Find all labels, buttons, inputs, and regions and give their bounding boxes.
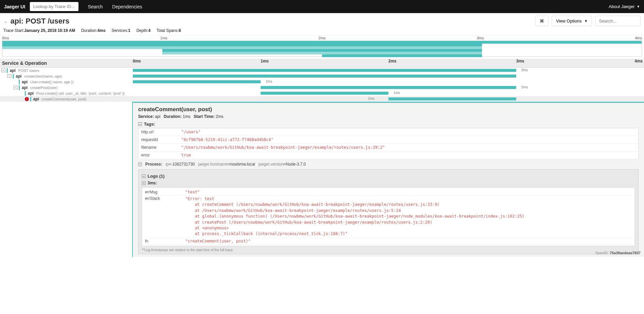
tag-key: error [139,151,179,159]
error-icon: ! [25,97,29,101]
log-key: errStack [145,196,185,237]
trace-header: ⌄ api: POST /users ⌘ View Options ▼ Trac… [0,13,644,35]
caret-down-icon: ▼ [637,5,640,8]
span-duration-label: 1ms [266,80,272,83]
log-value: "createComment(user, post)" [185,239,632,243]
keyboard-shortcut-button[interactable]: ⌘ [535,16,548,26]
tag-key: http.url [139,128,179,136]
tag-value: "/users" [179,128,639,136]
process-label: Process: [145,162,162,167]
logs-label: Logs (1) [148,174,165,179]
caret-down-icon: ▼ [584,19,588,23]
about-menu[interactable]: About Jaeger ▼ [609,4,640,9]
service-name: api [22,85,28,90]
service-name: api [10,68,15,73]
log-entry: errMsg"test"errStack"Error: test at crea… [142,187,635,246]
collapse-icon[interactable]: ⌄ [3,18,8,24]
log-value: "test" [185,190,632,194]
collapse-log-entry-icon[interactable]: − [142,181,146,185]
minimap[interactable] [2,41,642,57]
nav-dependencies[interactable]: Dependencies [107,4,147,9]
toggle-icon[interactable]: − [7,74,11,78]
span-bar[interactable] [133,75,516,78]
span-id: SpanID: 75a39aedeae7837 [595,251,641,255]
collapse-logs-icon[interactable]: − [142,174,146,178]
span-bar[interactable] [133,80,261,83]
log-key: fn [145,239,185,243]
operation-name: Post.create({ uid: user._id, title: 'pos… [36,91,124,95]
span-row[interactable]: !apicreateComment(user, post)1ms [0,96,644,102]
operation-name: createPost(user) [30,86,57,90]
operation-name: POST /users [18,69,39,73]
collapse-tags-icon[interactable]: − [138,122,142,126]
span-duration-label: 1ms [393,91,400,95]
trace-search-input[interactable] [595,16,641,26]
span-row[interactable]: apiPost.create({ uid: user._id, title: '… [0,90,644,96]
tag-key: requestId [139,136,179,144]
span-bar[interactable] [261,92,388,95]
service-name: api [16,74,21,79]
nav-search[interactable]: Search [83,4,107,9]
tag-value: "6cf987b8-5210-41cc-a772-f7468ad4b8c4" [179,136,639,144]
span-bar[interactable] [133,69,516,72]
svc-op-header: Service & Operation [0,60,133,66]
tag-value: true [179,151,639,159]
tags-label: Tags: [144,122,155,127]
span-duration-label: 1ms [368,97,374,100]
log-timestamp: 3ms: [148,181,157,185]
brand[interactable]: Jaeger UI [4,4,25,9]
service-name: api [33,97,39,101]
log-footnote: **Log timestamps are relative to the sta… [142,248,635,252]
toggle-icon[interactable]: − [13,86,17,89]
span-bar[interactable] [261,86,516,89]
span-detail: createComment(user, post) Service: api D… [0,102,644,257]
view-options-label: View Options [556,18,582,24]
logs-section: −Logs (1) −3ms: errMsg"test"errStack"Err… [138,169,639,254]
tags-table: http.url"/users"requestId"6cf987b8-5210-… [138,128,639,159]
trace-meta: Trace Start:January 25, 2018 10:19 AM Du… [3,28,641,33]
span-duration-label: 3ms [521,68,528,72]
log-value: "Error: test at createComment (/Users/ns… [185,196,632,237]
span-bar[interactable] [388,97,516,100]
tag-value: "/Users/nswbmw/work/GitHub/koa-await-bre… [179,144,639,151]
topbar: Jaeger UI Search Dependencies About Jaeg… [0,0,644,13]
operation-name: createUser(name, age) [24,74,62,78]
service-name: api [28,91,34,96]
log-key: errMsg [145,190,185,194]
timeline-ruler: 0ms 1ms 2ms 3ms 4ms [133,59,644,68]
service-name: api [22,80,28,84]
trace-lookup-input[interactable] [30,2,78,11]
span-row[interactable]: −apicreatePost(user)2ms [0,85,644,90]
span-row[interactable]: apiUser.create({ name, age })1ms [0,79,644,85]
tag-key: filename [139,144,179,151]
span-row[interactable]: −apicreateUser(name, age) [0,73,644,79]
operation-name: createComment(user, post) [42,97,86,101]
about-label: About Jaeger [609,4,635,9]
span-row[interactable]: −apiPOST /users3ms [0,68,644,73]
operation-name: User.create({ name, age }) [30,80,73,84]
trace-title: api: POST /users [10,17,69,26]
toggle-icon[interactable]: − [1,69,5,72]
view-options-button[interactable]: View Options ▼ [552,16,592,26]
span-detail-title: createComment(user, post) [138,106,639,113]
span-duration-label: 2ms [521,85,528,89]
expand-process-icon[interactable]: + [138,163,142,166]
minimap-ruler: 0ms1ms2ms3ms4ms [0,35,644,40]
